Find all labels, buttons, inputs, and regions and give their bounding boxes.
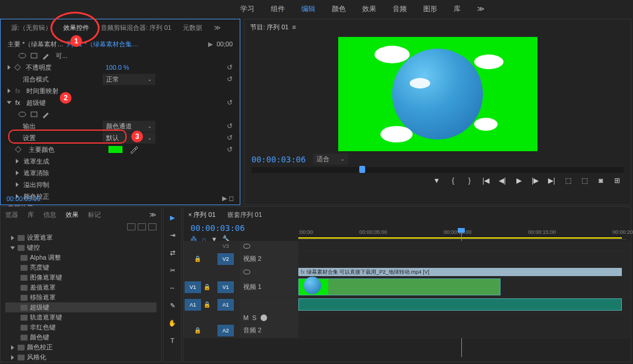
program-timecode[interactable]: 00:00:03:06 (251, 155, 306, 164)
blend-mode-dropdown[interactable]: 正常⌄ (103, 74, 155, 85)
reset-icon[interactable]: ↺ (227, 122, 233, 130)
track-toggle-v1[interactable]: V1 (217, 281, 234, 293)
panel-timecode[interactable]: 00:00:03:06 (6, 195, 40, 202)
lock-icon[interactable]: 🔒 (194, 256, 201, 262)
dropdown-icon[interactable]: ≡ (292, 23, 295, 30)
disclosure-icon[interactable] (16, 171, 19, 175)
tab-libraries[interactable]: 库 (28, 210, 34, 219)
menu-overflow[interactable]: ≫ (477, 5, 485, 13)
rect-mask-icon[interactable] (30, 52, 38, 60)
extract-icon[interactable]: ⬚ (579, 176, 590, 185)
audio-clip[interactable] (298, 298, 622, 311)
disclosure-icon[interactable] (8, 65, 11, 70)
reset-icon[interactable]: ↺ (227, 98, 233, 107)
ripple-edit-icon[interactable]: ⇄ (166, 247, 178, 258)
tree-item[interactable]: 设置遮罩 (5, 233, 156, 243)
tree-item[interactable]: 颜色键 (5, 332, 156, 342)
menu-library[interactable]: 库 (454, 4, 461, 14)
solo-button[interactable]: S (252, 314, 256, 321)
panel-overflow-icon[interactable]: ≫ (149, 211, 156, 219)
pen-tool-icon[interactable]: ✎ (166, 300, 178, 311)
reset-icon[interactable]: ↺ (227, 145, 233, 154)
ellipse-mask-icon[interactable] (18, 110, 26, 118)
out-point-icon[interactable]: } (464, 176, 475, 185)
lock-icon[interactable]: 🔒 (194, 327, 201, 334)
tab-markers[interactable]: 标记 (88, 210, 101, 219)
clip-title-bar[interactable]: fx 绿幕素材合集 可以直接下载用_P2_地球转动.mp4 [V] (298, 268, 622, 276)
tree-item[interactable]: 风格化 (5, 352, 156, 362)
menu-assembly[interactable]: 组件 (271, 4, 285, 14)
reset-icon[interactable]: ↺ (227, 63, 233, 72)
disclosure-icon[interactable] (7, 101, 12, 104)
menu-effects[interactable]: 效果 (362, 4, 376, 14)
export-frame-icon[interactable]: ◙ (595, 176, 606, 185)
tree-item[interactable]: 差值遮罩 (5, 283, 156, 292)
disclosure-icon[interactable] (16, 159, 19, 164)
panel-menu-icon[interactable]: ≫ (208, 22, 227, 34)
tree-item[interactable]: Alpha 调整 (5, 253, 156, 263)
work-area-bar[interactable] (298, 237, 622, 239)
eye-icon[interactable] (243, 244, 250, 249)
tree-item[interactable]: 轨道遮罩键 (5, 312, 156, 322)
track-toggle-a1[interactable]: A1 (217, 299, 234, 311)
preset-filter-icon[interactable] (127, 223, 135, 230)
play-icon[interactable]: ▶ (513, 176, 524, 185)
record-icon[interactable]: ⬤ (260, 314, 267, 321)
tree-item[interactable]: 颜色校正 (5, 342, 156, 352)
source-a1-button[interactable]: A1 (185, 299, 201, 311)
compare-icon[interactable]: ⊞ (612, 176, 622, 185)
menu-audio[interactable]: 音频 (393, 4, 407, 14)
disclosure-icon[interactable] (8, 89, 11, 93)
program-viewport[interactable] (244, 35, 631, 151)
pen-mask-icon[interactable] (42, 110, 50, 118)
lock-icon[interactable]: 🔒 (203, 301, 210, 308)
hand-tool-icon[interactable]: ✋ (166, 317, 178, 329)
sequence-tab-1[interactable]: × 序列 01 (188, 210, 216, 219)
preset-filter-icon[interactable] (148, 223, 156, 230)
selection-tool-icon[interactable]: ▶ (166, 212, 178, 223)
type-tool-icon[interactable]: T (166, 335, 178, 346)
menu-learn[interactable]: 学习 (240, 4, 254, 14)
video-clip[interactable] (298, 278, 501, 295)
goto-in-icon[interactable]: |◀ (481, 176, 491, 185)
source-v1-button[interactable]: V1 (185, 281, 201, 293)
panel-icon[interactable]: ▶ ◻ (222, 195, 234, 202)
eyedropper-icon[interactable] (130, 145, 138, 154)
mute-button[interactable]: M (243, 314, 249, 321)
menu-color[interactable]: 颜色 (332, 4, 346, 14)
tree-item[interactable]: 图像遮罩键 (5, 273, 156, 283)
lock-icon[interactable]: 🔒 (203, 284, 210, 290)
zoom-dropdown[interactable]: 适合⌄ (313, 154, 348, 165)
tab-info[interactable]: 信息 (43, 210, 56, 219)
lift-icon[interactable]: ⬚ (563, 176, 573, 185)
track-toggle-v2[interactable]: V2 (217, 253, 234, 265)
razor-tool-icon[interactable]: ✂ (166, 264, 178, 276)
track-toggle-a2[interactable]: A2 (217, 325, 234, 336)
reset-icon[interactable]: ↺ (227, 75, 233, 83)
goto-out-icon[interactable]: ▶| (546, 176, 557, 185)
reset-icon[interactable]: ↺ (227, 134, 233, 142)
menu-edit[interactable]: 编辑 (301, 4, 315, 14)
step-back-icon[interactable]: ◀| (497, 176, 508, 185)
slip-tool-icon[interactable]: ↔ (166, 282, 178, 294)
in-point-icon[interactable]: { (448, 176, 458, 185)
opacity-value[interactable]: 100.0 % (106, 64, 129, 71)
pen-mask-icon[interactable] (42, 52, 50, 60)
tab-effects[interactable]: 效果 (66, 210, 79, 219)
preset-filter-icon[interactable] (138, 223, 146, 230)
tree-item-ultrakey[interactable]: 超级键 (5, 302, 156, 312)
scrub-bar[interactable] (251, 167, 624, 173)
tab-source[interactable]: 源:（无剪辑） (5, 21, 57, 35)
tree-item[interactable]: 移除遮罩 (5, 292, 156, 302)
tab-browser[interactable]: 览器 (5, 210, 18, 219)
key-color-swatch[interactable] (108, 146, 122, 153)
step-fwd-icon[interactable]: |▶ (530, 176, 540, 185)
track-select-icon[interactable]: ⇥ (166, 229, 178, 241)
timeline-timecode[interactable]: 00:00:03:06 (183, 222, 252, 234)
rect-mask-icon[interactable] (30, 110, 38, 118)
eye-icon[interactable] (243, 270, 250, 274)
keyframe-icon[interactable] (14, 64, 21, 70)
tree-item[interactable]: 亮度键 (5, 263, 156, 273)
scrub-handle[interactable] (359, 166, 365, 173)
menu-graphics[interactable]: 图形 (423, 4, 437, 14)
